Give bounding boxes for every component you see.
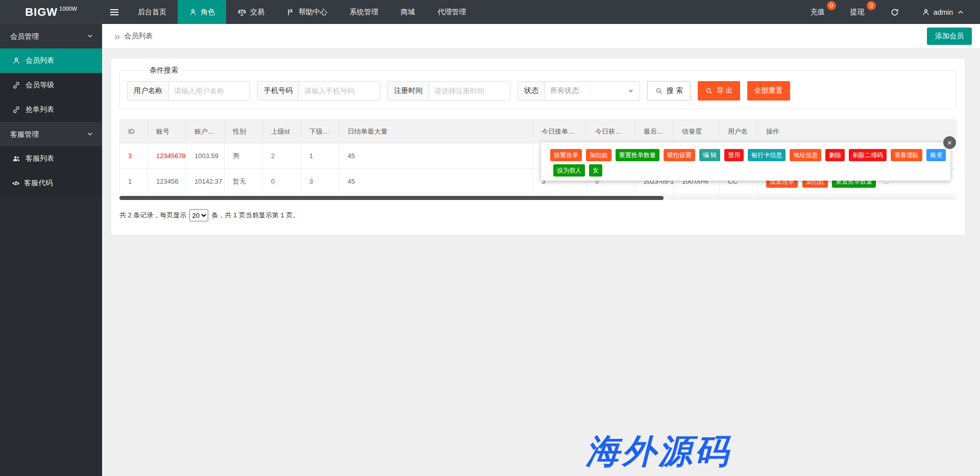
sidebar-group-member-mgmt[interactable]: 会员管理 (0, 24, 102, 48)
main-nav: 后台首页 角色 交易 帮助中心 系统管理 商城 代理管理 (127, 0, 477, 24)
nav-item-role[interactable]: 角色 (178, 0, 226, 24)
sidebar-submenu: 会员列表 会员等级 抢单列表 (0, 48, 102, 122)
status-field-label: 状态 (518, 82, 545, 100)
nav-item-help-center[interactable]: 帮助中心 (276, 0, 338, 24)
hamburger-icon[interactable] (102, 0, 127, 24)
username-input[interactable] (169, 82, 250, 100)
withdraw-label: 提现 (850, 8, 865, 17)
refresh-button[interactable] (879, 0, 911, 24)
col-header-last-login: 最后登录时... (635, 120, 674, 143)
edit-button[interactable]: 编 辑 (699, 149, 720, 161)
nav-item-label: 后台首页 (138, 8, 166, 17)
sidebar-item-support-list[interactable]: 客服列表 (0, 146, 102, 171)
sidebar-group-support-mgmt[interactable]: 客服管理 (0, 122, 102, 146)
pagination-text-before: 共 2 条记录，每页显示 (119, 211, 186, 220)
member-list-card: 条件搜索 用户名称 手机号码 注册时间 (111, 59, 965, 235)
sidebar-item-label: 会员列表 (26, 56, 54, 65)
cell-balance: 10142.37 (186, 169, 225, 194)
sidebar: 会员管理 会员列表 会员等级 抢单列表 客服管理 客服列表 (0, 24, 102, 476)
logo-text: BIGW (25, 6, 58, 19)
disable-button[interactable]: 禁用 (724, 149, 744, 161)
register-time-field-group: 注册时间 (387, 81, 510, 101)
navbar-right: 充值 0 提现 0 admin (799, 0, 980, 24)
status-select[interactable]: 所有状态 (545, 82, 640, 100)
sidebar-item-grab-order-list[interactable]: 抢单列表 (0, 97, 102, 122)
table-header-row: ID 账号 账户余额 性别 上级id 下级人数 日结单最大量 今日接单数量 今日… (120, 120, 957, 143)
pagination-text-after: 条，共 1 页当前显示第 1 页。 (211, 211, 299, 220)
pagination: 共 2 条记录，每页显示 20 条，共 1 页当前显示第 1 页。 (119, 209, 957, 221)
gender-female-button[interactable]: 女 (589, 164, 602, 177)
cell-balance: 1003.59 (186, 143, 225, 169)
nav-item-dashboard[interactable]: 后台首页 (127, 0, 178, 24)
close-icon[interactable]: × (943, 136, 956, 149)
search-button[interactable]: 搜 索 (647, 81, 691, 101)
popup-actions-row-2: 设为假人 女 (553, 164, 943, 177)
recharge-badge: 0 (827, 1, 836, 10)
nav-item-trade[interactable]: 交易 (226, 0, 276, 24)
address-info-button[interactable]: 地址信息 (790, 149, 821, 161)
set-serial-order-button[interactable]: 设置连单 (550, 149, 582, 161)
horizontal-scrollbar-track (119, 196, 957, 200)
popup-actions-row-1: 设置连单 加扣款 重置抢单数量 暗扣设置 编 辑 禁用 银行卡信息 地址信息 删… (550, 149, 943, 161)
col-header-actions: 操作 (758, 120, 957, 143)
user-menu-button[interactable]: admin (911, 0, 980, 24)
search-row: 用户名称 手机号码 注册时间 状态 (127, 81, 949, 101)
phone-field-group: 手机号码 (257, 81, 380, 101)
cell-daily-max: 45 (339, 143, 533, 169)
view-team-button[interactable]: 查看团队 (891, 149, 922, 161)
cell-subordinates: 1 (301, 143, 339, 169)
breadcrumb: 会员列表 (124, 32, 153, 41)
delete-button[interactable]: 删除 (825, 149, 845, 161)
nav-item-label: 商城 (401, 8, 415, 17)
chevron-down-icon (628, 90, 633, 93)
balance-change-button[interactable]: 账变 (926, 149, 946, 161)
logo: BIGW 1000W (0, 0, 102, 24)
set-fake-user-button[interactable]: 设为假人 (553, 164, 585, 177)
refresh-icon (890, 8, 899, 17)
watermark: 海外源码 (586, 429, 731, 474)
sidebar-item-label: 抢单列表 (26, 105, 54, 114)
nav-item-mall[interactable]: 商城 (389, 0, 426, 24)
phone-field-label: 手机号码 (258, 82, 299, 100)
export-button[interactable]: 导 出 (698, 81, 740, 101)
phone-input[interactable] (299, 82, 380, 100)
page-size-select[interactable]: 20 (189, 209, 208, 221)
col-header-username: 用户名 (720, 120, 758, 143)
content: 条件搜索 用户名称 手机号码 注册时间 (102, 48, 980, 235)
refresh-qrcode-button[interactable]: 刷新二维码 (849, 149, 887, 161)
sidebar-item-member-list[interactable]: 会员列表 (0, 48, 102, 73)
username-field-label: 用户名称 (128, 82, 169, 100)
add-member-button[interactable]: 添加会员 (927, 28, 972, 45)
cell-gender: 暂无 (225, 169, 263, 194)
reset-all-button[interactable]: 全部重置 (747, 81, 790, 101)
sidebar-item-support-code[interactable]: </> 客服代码 (0, 171, 102, 195)
horizontal-scrollbar-thumb[interactable] (119, 196, 664, 200)
col-header-subordinates: 下级人数 (301, 120, 339, 143)
bank-card-info-button[interactable]: 银行卡信息 (748, 149, 786, 161)
main-area: » 会员列表 添加会员 条件搜索 用户名称 手机号码 (102, 0, 980, 235)
col-header-balance: 账户余额 (186, 120, 225, 143)
member-table-wrap: ID 账号 账户余额 性别 上级id 下级人数 日结单最大量 今日接单数量 今日… (119, 119, 957, 200)
sidebar-item-member-level[interactable]: 会员等级 (0, 73, 102, 97)
recharge-button[interactable]: 充值 0 (799, 0, 839, 24)
flag-icon (287, 8, 295, 16)
withdraw-button[interactable]: 提现 0 (839, 0, 879, 24)
export-button-label: 导 出 (717, 86, 733, 95)
nav-item-system-mgmt[interactable]: 系统管理 (338, 0, 389, 24)
col-header-parent-id: 上级id (263, 120, 301, 143)
sidebar-submenu: 客服列表 </> 客服代码 (0, 146, 102, 195)
sidebar-item-label: 会员等级 (26, 81, 54, 90)
status-field-group: 状态 所有状态 (518, 81, 640, 101)
add-deduction-button[interactable]: 加扣款 (586, 149, 611, 161)
register-time-input[interactable] (429, 82, 510, 100)
nav-item-agent-mgmt[interactable]: 代理管理 (426, 0, 477, 24)
reset-grab-count-button[interactable]: 重置抢单数量 (616, 149, 659, 161)
person-icon (189, 8, 197, 16)
code-icon: </> (12, 180, 19, 186)
recharge-label: 充值 (811, 8, 825, 17)
hidden-deduction-button[interactable]: 暗扣设置 (664, 149, 695, 161)
col-header-daily-max: 日结单最大量 (339, 120, 533, 143)
cell-id: 1 (120, 169, 148, 194)
withdraw-badge: 0 (867, 1, 876, 10)
cell-account: 12345678 (148, 143, 186, 169)
